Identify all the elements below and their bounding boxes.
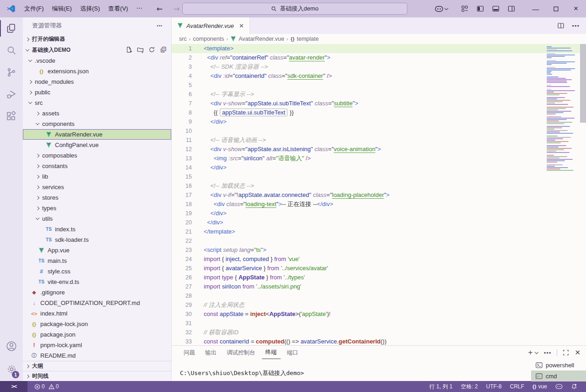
terminal-prompt[interactable]: C:\Users\shiuo\Desktop\基础接入demo> bbox=[180, 369, 304, 377]
breadcrumb-item-components[interactable]: components bbox=[193, 36, 224, 42]
tree-item-App.vue[interactable]: App.vue bbox=[23, 245, 171, 256]
eol[interactable]: CRLF bbox=[506, 381, 528, 392]
tree-item-assets[interactable]: assets bbox=[23, 108, 171, 119]
source-control-icon[interactable] bbox=[0, 61, 23, 83]
tree-item-README.md[interactable]: ⓘREADME.md bbox=[23, 350, 171, 361]
toggle-sidebar-icon[interactable] bbox=[477, 5, 484, 12]
copilot-status[interactable] bbox=[551, 381, 567, 392]
code-line-2[interactable]: 2 <div ref="containerRef" class="avatar-… bbox=[172, 53, 586, 62]
panel-tab-端口[interactable]: 端口 bbox=[283, 347, 302, 359]
copilot-icon[interactable] bbox=[435, 5, 448, 12]
new-folder-icon[interactable] bbox=[137, 46, 144, 53]
code-line-20[interactable]: 20 </div> bbox=[172, 218, 586, 227]
code-line-28[interactable]: 28 bbox=[172, 291, 586, 300]
code-line-9[interactable]: 9 </div> bbox=[172, 117, 586, 126]
tab-avatarrender[interactable]: AvatarRender.vue ✕ bbox=[172, 17, 250, 34]
code-line-7[interactable]: 7 <div v-show="appState.ui.subTitleText"… bbox=[172, 99, 586, 108]
code-line-23[interactable]: 23<script setup lang="ts"> bbox=[172, 245, 586, 255]
menu-文件(F)[interactable]: 文件(F) bbox=[20, 3, 48, 15]
code-line-32[interactable]: 32// 获取容器ID bbox=[172, 328, 586, 337]
tree-item-types[interactable]: types bbox=[23, 203, 171, 213]
tree-item-index.html[interactable]: <>index.html bbox=[23, 308, 171, 319]
tree-item-package-lock.json[interactable]: {}package-lock.json bbox=[23, 319, 171, 329]
tree-item-index.ts[interactable]: TSindex.ts bbox=[23, 224, 171, 234]
sidebar-more-icon[interactable]: ⋯ bbox=[157, 22, 163, 29]
code-line-19[interactable]: 19 </div> bbox=[172, 209, 586, 218]
settings-gear-icon[interactable]: 1 bbox=[0, 357, 23, 381]
cursor-position[interactable]: 行 1, 列 1 bbox=[425, 381, 457, 392]
tree-item-constants[interactable]: constants bbox=[23, 161, 171, 171]
extensions-icon[interactable] bbox=[0, 105, 23, 127]
code-line-24[interactable]: 24import { inject, computed } from 'vue' bbox=[172, 255, 586, 264]
tree-item-package.json[interactable]: {}package.json bbox=[23, 329, 171, 340]
code-line-11[interactable]: 11 <!-- 语音输入动画 --> bbox=[172, 136, 586, 145]
tree-item-AvatarRender.vue[interactable]: AvatarRender.vue bbox=[23, 129, 171, 140]
tree-item-ConfigPanel.vue[interactable]: ConfigPanel.vue bbox=[23, 140, 171, 150]
code-line-5[interactable]: 5 bbox=[172, 81, 586, 90]
tree-item-.gitignore[interactable]: ◆.gitignore bbox=[23, 287, 171, 298]
close-button[interactable]: × bbox=[566, 0, 586, 17]
account-icon[interactable] bbox=[0, 335, 23, 357]
panel-more-icon[interactable]: ⋯ bbox=[543, 348, 551, 357]
tree-item-composables[interactable]: composables bbox=[23, 150, 171, 161]
code-line-12[interactable]: 12 <div v-show="appState.asr.isListening… bbox=[172, 145, 586, 154]
tree-item-services[interactable]: services bbox=[23, 182, 171, 192]
menu-⋯[interactable]: ⋯ bbox=[132, 3, 146, 15]
maximize-button[interactable] bbox=[546, 0, 566, 17]
run-debug-icon[interactable] bbox=[0, 83, 23, 105]
code-line-1[interactable]: 1<template> bbox=[172, 44, 586, 53]
tree-item-sdk-loader.ts[interactable]: TSsdk-loader.ts bbox=[23, 234, 171, 245]
encoding[interactable]: UTF-8 bbox=[482, 381, 506, 392]
command-center-search[interactable]: 基础接入demo bbox=[182, 3, 407, 15]
editor-more-icon[interactable]: ⋯ bbox=[572, 22, 580, 30]
project-section[interactable]: 基础接入DEMO bbox=[23, 44, 171, 55]
code-line-18[interactable]: 18 <div class="loading-text">-- 正在连接 --<… bbox=[172, 200, 586, 209]
code-line-6[interactable]: 6 <!-- 字幕显示 --> bbox=[172, 90, 586, 99]
remote-indicator[interactable]: >< bbox=[0, 381, 27, 392]
tree-item-public[interactable]: public bbox=[23, 87, 171, 98]
outline-section[interactable]: 大纲 bbox=[23, 361, 171, 371]
tree-item-vite-env.d.ts[interactable]: TSvite-env.d.ts bbox=[23, 277, 171, 287]
tree-item-style.css[interactable]: #style.css bbox=[23, 266, 171, 277]
tree-item-components[interactable]: components bbox=[23, 119, 171, 129]
indentation[interactable]: 空格: 2 bbox=[456, 381, 482, 392]
code-line-25[interactable]: 25import { avatarService } from '../serv… bbox=[172, 264, 586, 273]
code-line-30[interactable]: 30const appState = inject<AppState>('app… bbox=[172, 310, 586, 319]
code-line-13[interactable]: 13 <img :src="siriIcon" alt="语音输入" /> bbox=[172, 154, 586, 163]
problems-status[interactable]: 0 0 bbox=[31, 381, 62, 392]
breadcrumb-item-template[interactable]: template bbox=[297, 36, 319, 42]
panel-tab-终端[interactable]: 终端 bbox=[262, 346, 281, 359]
language-mode[interactable]: {}vue bbox=[528, 381, 551, 392]
tree-item-lib[interactable]: lib bbox=[23, 171, 171, 182]
breadcrumb[interactable]: src›components›AvatarRender.vue›{}templa… bbox=[172, 34, 586, 44]
code-line-15[interactable]: 15 bbox=[172, 172, 586, 181]
tree-item-stores[interactable]: stores bbox=[23, 192, 171, 203]
tree-item-pnpm-lock.yaml[interactable]: !pnpm-lock.yaml bbox=[23, 340, 171, 350]
notifications[interactable] bbox=[567, 381, 581, 392]
code-line-22[interactable]: 22 bbox=[172, 236, 586, 245]
panel-tab-调试控制台[interactable]: 调试控制台 bbox=[223, 347, 259, 359]
terminal-cmd[interactable]: C:\cmd bbox=[531, 370, 586, 381]
split-editor-icon[interactable] bbox=[557, 22, 564, 29]
vertical-scrollbar[interactable] bbox=[580, 44, 586, 123]
minimap[interactable] bbox=[547, 46, 579, 171]
code-line-3[interactable]: 3 <!-- SDK 渲染容器 --> bbox=[172, 62, 586, 71]
menu-查看(V)[interactable]: 查看(V) bbox=[104, 3, 132, 15]
toggle-panel-icon[interactable] bbox=[492, 5, 499, 12]
toggle-secondary-sidebar-icon[interactable] bbox=[508, 5, 515, 12]
customize-layout-icon[interactable] bbox=[461, 5, 468, 12]
timeline-section[interactable]: 时间线 bbox=[23, 371, 171, 381]
code-line-17[interactable]: 17 <div v-if="!appState.avatar.connected… bbox=[172, 191, 586, 200]
code-line-26[interactable]: 26import type { AppState } from '../type… bbox=[172, 273, 586, 282]
code-line-14[interactable]: 14 </div> bbox=[172, 163, 586, 172]
breadcrumb-item-AvatarRender.vue[interactable]: AvatarRender.vue bbox=[239, 36, 284, 42]
refresh-icon[interactable] bbox=[148, 46, 155, 53]
new-file-icon[interactable] bbox=[125, 46, 132, 53]
code-line-4[interactable]: 4 <div :id="containerId" class="sdk-cont… bbox=[172, 71, 586, 81]
menu-选择(S)[interactable]: 选择(S) bbox=[76, 3, 104, 15]
tree-item-utils[interactable]: utils bbox=[23, 213, 171, 224]
menu-编辑(E)[interactable]: 编辑(E) bbox=[48, 3, 76, 15]
back-arrow-icon[interactable]: ← bbox=[157, 5, 163, 13]
tree-item-.vscode[interactable]: .vscode bbox=[23, 55, 171, 66]
code-line-31[interactable]: 31 bbox=[172, 319, 586, 328]
